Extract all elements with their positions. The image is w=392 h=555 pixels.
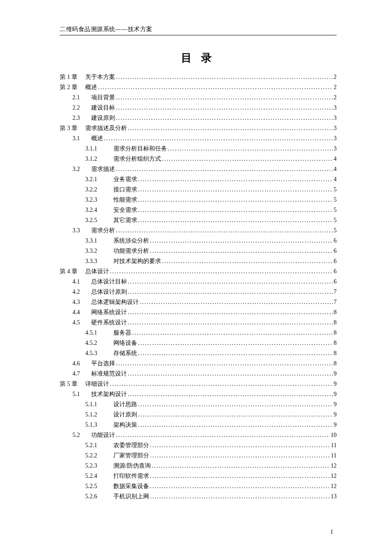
toc-entry-label: 4.1 (72, 279, 91, 285)
toc-entry-label: 4.7 (72, 371, 91, 377)
toc-entry: 2.2建设目标3 (60, 105, 337, 115)
toc-entry-page: 8 (333, 320, 337, 326)
toc-leader-dots (128, 371, 333, 377)
toc-entry-label: 4.5 (72, 320, 91, 326)
toc-entry-page: 3 (333, 136, 337, 142)
toc-entry-page: 7 (333, 289, 337, 295)
toc-entry-page: 3 (333, 105, 337, 111)
toc-entry-page: 12 (330, 483, 337, 489)
toc-entry-label: 第 2 章 (60, 84, 85, 90)
toc-entry-text: 架构决策 (113, 422, 138, 428)
toc-entry-text: 平台选择 (91, 361, 116, 367)
toc-entry-label: 5.2.5 (85, 483, 113, 489)
toc-entry-page: 6 (333, 238, 337, 244)
toc-entry-text: 设计思路 (113, 402, 138, 408)
toc-entry: 3.3.2功能需求分析6 (60, 248, 337, 258)
toc-entry: 5.2功能设计10 (60, 432, 337, 442)
toc-entry-label: 5.1.2 (85, 412, 113, 418)
toc-entry-page: 9 (333, 381, 337, 387)
toc-entry-page: 2 (333, 95, 337, 101)
toc-entry-label: 3.1.1 (85, 146, 113, 152)
toc-entry-text: 建设原则 (91, 115, 116, 121)
toc-entry-page: 2 (333, 84, 337, 90)
toc-leader-dots (98, 84, 333, 90)
toc-entry-text: 网络系统设计 (91, 309, 128, 315)
toc-entry-text: 厂家管理部分 (113, 453, 150, 459)
toc-entry: 5.2.2厂家管理部分11 (60, 453, 337, 463)
toc-entry-text: 接口需求 (113, 187, 138, 193)
toc-leader-dots (110, 381, 333, 387)
toc-leader-dots (116, 95, 333, 101)
toc-entry-text: 其它需求 (113, 217, 138, 223)
table-of-contents: 第 1 章关于本方案2第 2 章概述22.1项目背景22.2建设目标32.3建设… (60, 74, 337, 504)
toc-entry-page: 4 (333, 176, 337, 182)
toc-entry-text: 存储系统 (113, 350, 138, 356)
toc-entry-label: 第 4 章 (60, 269, 85, 275)
toc-entry-label: 5.2 (72, 432, 91, 438)
toc-leader-dots (150, 442, 330, 448)
toc-entry: 4.2总体设计原则7 (60, 289, 337, 299)
toc-entry: 4.5.1服务器8 (60, 330, 337, 340)
toc-leader-dots (116, 74, 333, 80)
toc-entry: 3.3.1系统涉众分析6 (60, 238, 337, 248)
toc-entry: 3.2.4安全需求5 (60, 207, 337, 217)
toc-entry: 3.2.2接口需求5 (60, 187, 337, 197)
toc-entry: 5.2.1农委管理部分11 (60, 442, 337, 453)
toc-leader-dots (104, 136, 333, 142)
toc-leader-dots (138, 422, 333, 428)
toc-entry-page: 5 (333, 217, 337, 223)
toc-leader-dots (150, 473, 330, 479)
toc-leader-dots (128, 125, 333, 131)
toc-entry-text: 性能需求 (113, 197, 138, 203)
toc-entry-label: 3.3.3 (85, 258, 113, 264)
toc-leader-dots (138, 340, 333, 346)
toc-entry: 4.6平台选择8 (60, 361, 337, 371)
toc-entry-label: 2.2 (72, 105, 91, 111)
toc-entry-page: 11 (330, 442, 337, 448)
toc-leader-dots (162, 156, 333, 162)
toc-entry-page: 7 (333, 299, 337, 305)
toc-entry-text: 设计原则 (113, 412, 138, 418)
toc-entry-text: 硬件系统设计 (91, 320, 128, 326)
toc-leader-dots (138, 207, 333, 213)
toc-entry-text: 概述 (85, 84, 98, 90)
toc-entry: 4.3总体逻辑架构设计7 (60, 299, 337, 309)
toc-leader-dots (138, 176, 333, 182)
toc-entry-label: 3.3 (72, 228, 91, 234)
toc-entry-page: 6 (333, 269, 337, 275)
toc-entry: 4.5.3存储系统8 (60, 350, 337, 361)
toc-leader-dots (116, 228, 333, 234)
toc-entry-page: 8 (333, 361, 337, 367)
toc-leader-dots (150, 483, 330, 489)
toc-entry-label: 4.4 (72, 309, 91, 315)
toc-entry-text: 建设目标 (91, 105, 116, 111)
toc-leader-dots (138, 217, 333, 223)
toc-entry-text: 技术架构设计 (91, 391, 128, 397)
toc-leader-dots (116, 166, 333, 172)
toc-entry-page: 10 (330, 432, 337, 438)
toc-entry-label: 4.2 (72, 289, 91, 295)
toc-entry-label: 5.1 (72, 391, 91, 397)
toc-leader-dots (168, 146, 333, 152)
toc-leader-dots (116, 361, 333, 367)
toc-entry-label: 3.1.2 (85, 156, 113, 162)
toc-entry-page: 2 (333, 74, 337, 80)
toc-entry-page: 6 (333, 248, 337, 254)
toc-entry-label: 2.3 (72, 115, 91, 121)
toc-entry-label: 3.2 (72, 166, 91, 172)
toc-entry-page: 3 (333, 125, 337, 131)
toc-entry-page: 3 (333, 146, 337, 152)
toc-entry: 5.1.3架构决策9 (60, 422, 337, 432)
document-header: 二维码食品溯源系统——技术方案 (60, 26, 337, 35)
toc-entry-text: 打印软件需求 (113, 473, 150, 479)
toc-entry-label: 5.2.3 (85, 463, 113, 469)
toc-entry-label: 2.1 (72, 95, 91, 101)
toc-entry: 5.2.6手机识别上网13 (60, 494, 337, 504)
toc-entry: 4.5硬件系统设计8 (60, 320, 337, 330)
toc-entry-text: 总体逻辑架构设计 (91, 299, 140, 305)
toc-leader-dots (138, 402, 333, 408)
toc-entry-label: 5.1.1 (85, 402, 113, 408)
toc-entry-page: 3 (333, 115, 337, 121)
toc-entry-text: 数据采集设备 (113, 483, 150, 489)
toc-entry: 2.3建设原则3 (60, 115, 337, 125)
